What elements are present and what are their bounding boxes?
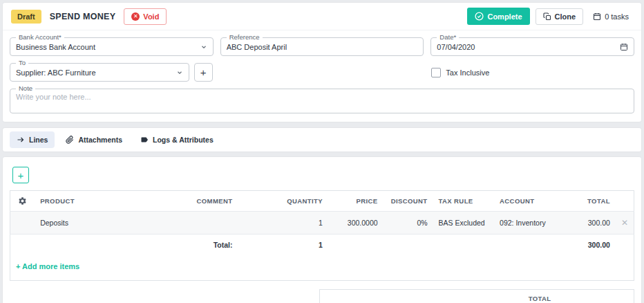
bank-account-value: Business Bank Account — [16, 43, 200, 51]
col-comment: COMMENT — [171, 191, 238, 212]
bank-account-select[interactable]: Bank Account* Business Bank Account — [10, 37, 214, 56]
line-tax-rule[interactable]: BAS Excluded — [433, 212, 495, 235]
line-total: 300.00 — [573, 212, 616, 235]
status-badge: Draft — [11, 10, 41, 24]
document-header: Draft SPEND MONEY ✕ Void Complete Clone … — [3, 3, 641, 30]
tab-logs-attributes-label: Logs & Attributes — [153, 136, 214, 144]
tag-icon — [140, 136, 149, 144]
date-field[interactable]: Date* — [430, 37, 634, 56]
lines-total-amount: 300.00 — [573, 235, 616, 256]
section-tabs: Lines Attachments Logs & Attributes — [3, 128, 641, 152]
col-quantity: QUANTITY — [238, 191, 328, 212]
tab-attachments-label: Attachments — [78, 136, 122, 144]
line-row[interactable]: Deposits 1 300.0000 0% BAS Excluded 092:… — [10, 212, 634, 235]
reference-input[interactable] — [227, 43, 418, 51]
tax-inclusive-checkbox[interactable] — [431, 68, 441, 77]
line-price[interactable]: 300.0000 — [328, 212, 383, 235]
line-product[interactable]: Deposits — [35, 212, 171, 235]
totals-table: TOTAL BEFORE TAX 300.00 TAX 0.00 (AUD) 3… — [319, 289, 634, 303]
add-more-items-link[interactable]: + Add more items — [16, 262, 79, 270]
tab-logs-attributes[interactable]: Logs & Attributes — [133, 131, 220, 148]
date-label: Date* — [437, 33, 459, 41]
col-discount: DISCOUNT — [383, 191, 433, 212]
col-total: TOTAL — [573, 191, 616, 212]
tasks-label: 0 tasks — [605, 12, 629, 21]
col-product: PRODUCT — [35, 191, 171, 212]
date-input[interactable] — [437, 43, 620, 51]
chevron-down-icon — [200, 44, 207, 50]
gear-icon[interactable] — [18, 196, 27, 205]
line-account[interactable]: 092: Inventory — [494, 212, 573, 235]
lines-section: + PRODUCT COMMENT QUANTITY PRICE DISCOUN… — [3, 157, 641, 303]
arrow-right-icon — [17, 136, 25, 144]
add-line-button[interactable]: + — [12, 167, 29, 183]
clone-icon — [543, 12, 551, 21]
paperclip-icon — [66, 136, 74, 144]
note-field[interactable]: Note — [10, 89, 634, 113]
chevron-down-icon — [176, 69, 183, 76]
clone-button[interactable]: Clone — [536, 8, 584, 25]
check-circle-icon — [475, 12, 484, 21]
lines-table: PRODUCT COMMENT QUANTITY PRICE DISCOUNT … — [10, 190, 634, 281]
tab-attachments[interactable]: Attachments — [59, 131, 129, 148]
col-account: ACCOUNT — [494, 191, 573, 212]
remove-line-icon[interactable]: ✕ — [621, 218, 628, 228]
totals-header: TOTAL — [320, 290, 558, 303]
document-card: Draft SPEND MONEY ✕ Void Complete Clone … — [3, 3, 641, 122]
add-contact-button[interactable]: + — [194, 63, 213, 82]
page-title: SPEND MONEY — [50, 12, 116, 21]
add-more-row: + Add more items — [10, 255, 634, 281]
tasks-button[interactable]: 0 tasks — [589, 9, 633, 24]
reference-field[interactable]: Reference — [220, 37, 424, 56]
line-discount[interactable]: 0% — [383, 212, 433, 235]
lines-table-header: PRODUCT COMMENT QUANTITY PRICE DISCOUNT … — [10, 191, 634, 212]
tab-lines[interactable]: Lines — [10, 131, 55, 148]
col-tax-rule: TAX RULE — [433, 191, 495, 212]
calendar-tasks-icon — [593, 12, 601, 21]
col-price: PRICE — [328, 191, 383, 212]
complete-label: Complete — [487, 12, 522, 21]
complete-button[interactable]: Complete — [467, 8, 529, 25]
tab-lines-label: Lines — [29, 136, 48, 144]
reference-label: Reference — [227, 33, 263, 41]
to-value: Supplier: ABC Furniture — [16, 68, 176, 77]
form-area: Bank Account* Business Bank Account Refe… — [3, 30, 641, 122]
spacer — [220, 63, 423, 82]
lines-total-row: Total: 1 300.00 — [10, 235, 634, 256]
void-button[interactable]: ✕ Void — [124, 8, 167, 25]
tax-inclusive-label: Tax Inclusive — [446, 68, 489, 77]
to-label: To — [16, 59, 28, 66]
line-quantity[interactable]: 1 — [238, 212, 328, 235]
note-input[interactable] — [16, 93, 628, 101]
bank-account-label: Bank Account* — [16, 33, 64, 41]
void-icon: ✕ — [131, 12, 140, 21]
lines-total-label: Total: — [171, 235, 238, 256]
to-select[interactable]: To Supplier: ABC Furniture — [10, 63, 189, 82]
clone-label: Clone — [555, 12, 576, 21]
void-label: Void — [143, 12, 159, 21]
calendar-icon[interactable] — [620, 43, 628, 51]
line-comment[interactable] — [171, 212, 238, 235]
note-label: Note — [16, 84, 35, 92]
lines-total-quantity: 1 — [238, 235, 328, 256]
